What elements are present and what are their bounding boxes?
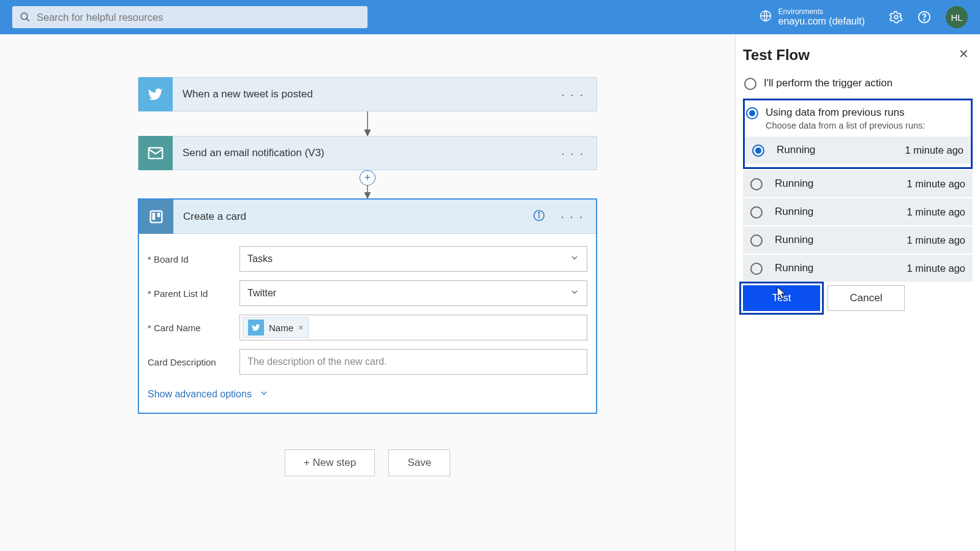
- environment-label: Environments: [778, 7, 865, 16]
- chevron-down-icon: [570, 253, 579, 265]
- card-description-label: Card Description: [148, 357, 239, 367]
- card-name-label: * Card Name: [148, 323, 239, 333]
- card-description-input[interactable]: The description of the new card.: [239, 349, 587, 375]
- trello-action-header[interactable]: Create a card · · ·: [139, 200, 596, 234]
- cursor-icon: [777, 287, 788, 300]
- svg-point-0: [21, 13, 28, 20]
- trigger-menu[interactable]: · · ·: [561, 88, 584, 102]
- token-remove[interactable]: ×: [298, 323, 303, 332]
- run-item[interactable]: Running 1 minute ago: [743, 255, 973, 282]
- email-action-title: Send an email notification (V3): [183, 147, 561, 159]
- card-name-input[interactable]: Name ×: [239, 315, 587, 340]
- add-step-node[interactable]: +: [360, 170, 375, 198]
- avatar[interactable]: HL: [946, 6, 968, 28]
- environment-icon: [759, 9, 772, 25]
- search-input[interactable]: [37, 12, 360, 23]
- arrow-1: [361, 111, 374, 136]
- svg-point-3: [894, 15, 898, 19]
- radio-selected-icon[interactable]: [752, 144, 764, 157]
- svg-marker-7: [364, 130, 371, 136]
- twitter-icon: [248, 320, 264, 335]
- radio-icon[interactable]: [750, 263, 763, 275]
- svg-rect-13: [153, 212, 156, 220]
- radio-icon[interactable]: [750, 206, 763, 219]
- close-icon[interactable]: ✕: [959, 47, 969, 61]
- plus-icon[interactable]: +: [360, 170, 375, 186]
- trello-action-title: Create a card: [183, 211, 532, 223]
- save-button[interactable]: Save: [388, 449, 450, 476]
- svg-point-5: [924, 20, 924, 20]
- board-id-label: * Board Id: [148, 254, 239, 264]
- flow-canvas: When a new tweet is posted · · · Send an…: [0, 34, 735, 551]
- new-step-button[interactable]: + New step: [285, 449, 375, 476]
- radio-icon[interactable]: [744, 78, 756, 90]
- chevron-down-icon: [570, 287, 579, 299]
- option-previous-runs[interactable]: Using data from previous runs Choose dat…: [745, 104, 971, 133]
- help-icon[interactable]: [918, 10, 931, 24]
- settings-icon[interactable]: [889, 10, 903, 24]
- mail-icon: [138, 136, 173, 170]
- trigger-card[interactable]: When a new tweet is posted · · ·: [138, 77, 597, 111]
- highlighted-selection: Using data from previous runs Choose dat…: [743, 99, 973, 169]
- panel-title: Test Flow: [743, 47, 973, 64]
- environment-picker[interactable]: Environments enayu.com (default): [759, 7, 865, 27]
- dynamic-token[interactable]: Name ×: [243, 317, 309, 338]
- parent-list-select[interactable]: Twitter: [239, 280, 587, 306]
- run-list: Running 1 minute ago: [745, 137, 971, 163]
- chevron-down-icon: [259, 388, 269, 400]
- environment-name: enayu.com (default): [778, 16, 865, 27]
- radio-icon[interactable]: [750, 234, 763, 247]
- twitter-icon: [138, 77, 173, 111]
- trigger-title: When a new tweet is posted: [183, 88, 561, 100]
- run-item[interactable]: Running 1 minute ago: [743, 170, 973, 197]
- email-action-card[interactable]: Send an email notification (V3) · · ·: [138, 136, 597, 170]
- search-input-wrap[interactable]: [12, 6, 368, 28]
- top-bar: Environments enayu.com (default) HL: [0, 0, 980, 34]
- test-flow-panel: Test Flow ✕ I'll perform the trigger act…: [735, 34, 980, 551]
- email-action-menu[interactable]: · · ·: [561, 146, 584, 160]
- svg-line-1: [26, 18, 29, 21]
- trello-icon: [139, 200, 173, 234]
- svg-marker-10: [364, 192, 371, 198]
- cancel-button[interactable]: Cancel: [827, 285, 905, 311]
- radio-selected-icon[interactable]: [746, 107, 758, 119]
- run-item[interactable]: Running 1 minute ago: [743, 198, 973, 225]
- search-icon: [20, 12, 31, 23]
- option-manual-trigger[interactable]: I'll perform the trigger action: [743, 75, 973, 92]
- parent-list-label: * Parent List Id: [148, 288, 239, 299]
- trello-action-card: Create a card · · · * Board Id Tasks * P…: [138, 198, 597, 414]
- radio-icon[interactable]: [750, 178, 763, 190]
- trello-action-menu[interactable]: · · ·: [560, 209, 584, 223]
- run-item[interactable]: Running 1 minute ago: [743, 227, 973, 253]
- run-list-rest: Running 1 minute ago Running 1 minute ag…: [743, 170, 973, 282]
- info-icon[interactable]: [532, 209, 546, 225]
- show-advanced-options[interactable]: Show advanced options: [148, 388, 587, 400]
- svg-rect-14: [157, 212, 160, 217]
- svg-point-17: [538, 212, 540, 213]
- run-item[interactable]: Running 1 minute ago: [745, 137, 971, 163]
- board-id-select[interactable]: Tasks: [239, 246, 587, 272]
